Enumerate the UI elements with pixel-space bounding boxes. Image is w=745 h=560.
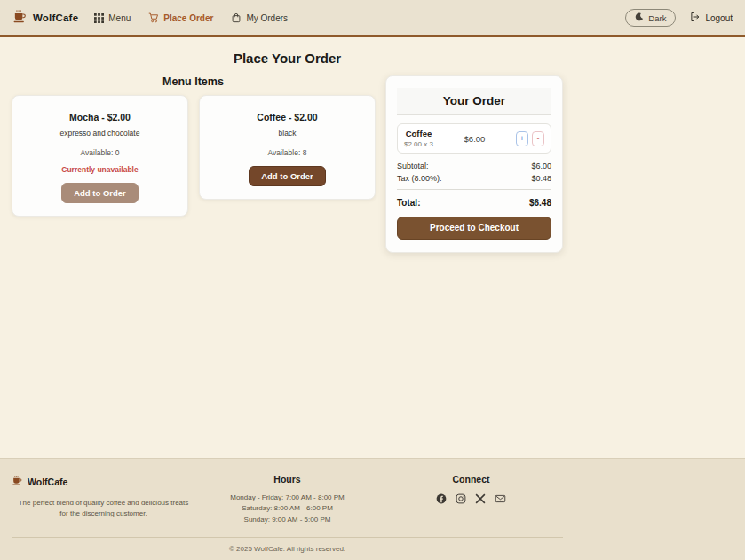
bag-icon [231,12,242,23]
order-item-name: Coffee [404,129,433,138]
order-card: Your Order Coffee $2.00 x 3 $6.00 + - [385,75,563,253]
add-to-order-button-mocha[interactable]: Add to Order [61,183,139,203]
x-twitter-icon[interactable] [475,493,486,504]
order-item-info: Coffee $2.00 x 3 [404,129,433,148]
proceed-to-checkout-button[interactable]: Proceed to Checkout [397,217,551,240]
hours-line: Monday - Friday: 7:00 AM - 8:00 PM [195,493,379,503]
logout-button[interactable]: Logout [690,12,733,24]
social-links [379,493,563,504]
menu-card-coffee: Coffee - $2.00 black Available: 8 Add to… [199,95,376,200]
tax-value: $0.48 [531,174,551,183]
grid-icon [94,13,104,23]
nav-item-my-orders[interactable]: My Orders [231,12,288,23]
increase-quantity-button[interactable]: + [516,131,528,146]
menu-items-heading: Menu Items [12,75,375,88]
brand-name: WolfCafe [33,12,78,23]
main-content: Place Your Order Menu Items Mocha - $2.0… [0,37,745,458]
menu-item-description: expresso and chocolate [23,129,177,138]
hours-list: Monday - Friday: 7:00 AM - 8:00 PM Satur… [195,493,379,525]
theme-toggle-label: Dark [648,13,666,23]
cart-icon [148,12,159,23]
nav-item-menu[interactable]: Menu [94,13,131,23]
footer-brand-name: WolfCafe [28,477,67,487]
tax-label: Tax (8.00%): [397,174,442,183]
menu-item-availability: Available: 0 [23,148,177,157]
subtotal-label: Subtotal: [397,162,429,170]
add-to-order-button-coffee[interactable]: Add to Order [249,166,326,186]
nav-label-place-order: Place Order [163,13,213,23]
copyright-text: © 2025 WolfCafe. All rights reserved. [12,538,563,560]
footer: WolfCafe The perfect blend of quality co… [0,458,745,560]
page-title: Place Your Order [12,51,563,66]
unavailable-note: Currently unavailable [23,165,177,174]
nav-item-place-order[interactable]: Place Order [148,12,213,23]
coffee-cup-icon [12,9,28,28]
order-title: Your Order [397,88,551,115]
connect-heading: Connect [379,474,563,485]
sign-out-icon [690,12,701,24]
hours-heading: Hours [195,474,379,485]
coffee-cup-icon [12,474,23,490]
footer-connect-column: Connect [379,474,563,525]
nav-label-my-orders: My Orders [246,13,288,23]
footer-tagline: The perfect blend of quality coffee and … [12,498,195,520]
order-item-line-total: $6.00 [464,134,486,144]
brand: WolfCafe [12,9,78,28]
app-header: WolfCafe Menu Place [0,0,745,37]
menu-item-title: Coffee - $2.00 [210,112,364,122]
footer-hours-column: Hours Monday - Friday: 7:00 AM - 8:00 PM… [195,474,379,525]
total-value: $6.48 [529,198,551,208]
header-right: Dark Logout [625,9,733,27]
quantity-controls: + - [516,131,544,146]
menu-section: Menu Items Mocha - $2.00 expresso and ch… [12,75,375,217]
decrease-quantity-button[interactable]: - [532,131,544,146]
subtotal-value: $6.00 [531,162,551,170]
footer-brand-column: WolfCafe The perfect blend of quality co… [12,474,195,525]
tax-row: Tax (8.00%): $0.48 [397,174,551,183]
email-icon[interactable] [495,493,506,504]
nav-label-menu: Menu [108,13,131,23]
menu-item-title: Mocha - $2.00 [23,112,177,122]
menu-item-availability: Available: 8 [210,148,364,157]
instagram-icon[interactable] [456,493,466,504]
menu-card-mocha: Mocha - $2.00 expresso and chocolate Ava… [12,95,188,217]
hours-line: Saturday: 8:00 AM - 6:00 PM [195,503,379,514]
total-row: Total: $6.48 [397,198,551,208]
moon-icon [635,12,644,23]
subtotal-row: Subtotal: $6.00 [397,162,551,170]
facebook-icon[interactable] [436,493,447,504]
order-summary-section: Your Order Coffee $2.00 x 3 $6.00 + - [385,75,563,253]
divider [397,189,551,190]
logout-label: Logout [705,13,733,23]
total-label: Total: [397,198,420,208]
order-item-unit-price: $2.00 x 3 [404,140,433,148]
main-nav: Menu Place Order My Orders [94,12,288,23]
menu-item-description: black [210,129,364,138]
order-line-item: Coffee $2.00 x 3 $6.00 + - [397,123,551,154]
theme-toggle-button[interactable]: Dark [625,9,676,27]
hours-line: Sunday: 9:00 AM - 5:00 PM [195,515,379,525]
